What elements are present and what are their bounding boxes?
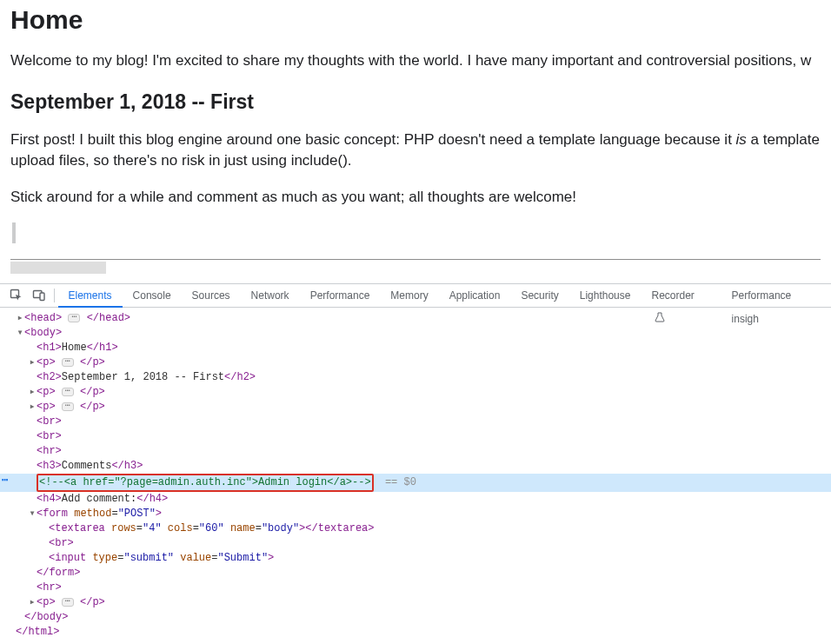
tree-h1[interactable]: <h1>Home</h1>: [0, 341, 831, 355]
tree-body-open[interactable]: <body>: [0, 326, 831, 341]
h4-text: Add comment:: [62, 493, 136, 505]
devtools-tabbar: Elements Console Sources Network Perform…: [0, 284, 831, 308]
tree-h2[interactable]: <h2>September 1, 2018 -- First</h2>: [0, 370, 831, 385]
tree-br2[interactable]: <br>: [0, 429, 831, 444]
post-body-post: a template: [747, 131, 820, 148]
selected-eq0: == $0: [379, 476, 416, 488]
cutoff-element: [10, 262, 106, 274]
tab-memory[interactable]: Memory: [380, 284, 438, 308]
p-close: </p>: [80, 356, 105, 368]
arrow-icon[interactable]: [16, 311, 24, 326]
comment-close: -->: [352, 476, 371, 488]
intro-paragraph: Welcome to my blog! I'm excited to share…: [10, 52, 821, 70]
tab-network[interactable]: Network: [241, 284, 300, 308]
page-heading-home: Home: [10, 5, 821, 35]
tree-h4[interactable]: <h4>Add comment:</h4>: [0, 492, 831, 507]
ellipsis-icon[interactable]: ⋯: [62, 388, 74, 396]
gt: >: [156, 508, 162, 520]
post-body-stick: Stick around for a while and comment as …: [10, 187, 821, 208]
ellipsis-icon[interactable]: ⋯: [62, 402, 74, 411]
form-close-tag: </form>: [37, 567, 80, 579]
br-tag: <br>: [37, 415, 62, 428]
arrow-icon[interactable]: [28, 385, 37, 400]
tab-lighthouse[interactable]: Lighthouse: [569, 284, 642, 308]
tree-h3[interactable]: <h3>Comments</h3>: [0, 459, 831, 474]
tab-sources[interactable]: Sources: [182, 284, 241, 308]
input-open: <input: [49, 552, 92, 564]
attr-method: method: [74, 508, 111, 520]
ta-open: <textarea: [49, 522, 111, 534]
attr-cols: cols: [168, 522, 193, 534]
p-open: <p>: [37, 356, 56, 368]
h1-text: Home: [62, 342, 87, 354]
post-heading-date: September 1, 2018 -- First: [10, 90, 821, 114]
tree-br3[interactable]: <br>: [0, 536, 831, 551]
tree-hr1[interactable]: <hr>: [0, 444, 831, 459]
ellipsis-icon[interactable]: ⋯: [68, 314, 80, 322]
ellipsis-icon[interactable]: ⋯: [62, 358, 74, 367]
tab-performance[interactable]: Performance: [300, 284, 381, 308]
blockquote-marker: [12, 222, 821, 243]
tree-textarea[interactable]: <textarea rows="4" cols="60" name="body"…: [0, 521, 831, 536]
tab-recorder-label: Recorder: [651, 289, 694, 302]
tree-body-close[interactable]: </body>: [0, 610, 831, 625]
h1-close: </h1>: [87, 342, 118, 354]
post-body-pre: First post! I built this blog engine aro…: [10, 131, 736, 148]
tabbar-sep: [54, 289, 55, 302]
html-close-tag: </html>: [16, 626, 59, 638]
tree-form-close[interactable]: </form>: [0, 566, 831, 581]
inspect-element-icon[interactable]: [5, 284, 28, 307]
comment-inner: <a href="?page=admin.auth.inc">Admin log…: [64, 476, 352, 488]
tree-br1[interactable]: <br>: [0, 415, 831, 429]
tree-comment-admin-login[interactable]: <!--<a href="?page=admin.auth.inc">Admin…: [0, 474, 831, 492]
p-open: <p>: [37, 386, 56, 398]
head-open-tag: <head>: [24, 312, 62, 324]
h4-open: <h4>: [37, 493, 62, 505]
h2-close: </h2>: [224, 371, 256, 383]
br-tag: <br>: [37, 430, 62, 442]
tab-recorder[interactable]: Recorder: [641, 284, 721, 308]
attr-type-val: "submit": [123, 552, 174, 564]
p-close: </p>: [80, 401, 105, 413]
arrow-icon[interactable]: [28, 355, 37, 370]
tree-p2[interactable]: <p> ⋯ </p>: [0, 385, 831, 400]
attr-type: type: [92, 552, 117, 564]
form-open: <form: [37, 508, 74, 520]
body-open-tag: <body>: [24, 327, 62, 339]
arrow-icon[interactable]: [28, 400, 37, 415]
head-close-tag: </head>: [87, 312, 130, 324]
tab-perf-insights[interactable]: Performance insigh: [721, 284, 831, 308]
arrow-icon[interactable]: [16, 326, 24, 341]
device-toolbar-icon[interactable]: [28, 284, 50, 307]
ellipsis-icon[interactable]: ⋯: [62, 598, 74, 607]
attr-rows-val: "4": [143, 522, 162, 534]
h3-close: </h3>: [111, 460, 143, 472]
tree-head[interactable]: <head> ⋯ </head>: [0, 311, 831, 326]
br-tag: <br>: [49, 537, 74, 549]
gt: >: [268, 552, 274, 564]
tree-p3[interactable]: <p> ⋯ </p>: [0, 400, 831, 415]
elements-tree[interactable]: <head> ⋯ </head> <body> <h1>Home</h1> <p…: [0, 308, 831, 640]
tree-hr2[interactable]: <hr>: [0, 581, 831, 595]
attr-name: name: [230, 522, 256, 534]
tree-html-close[interactable]: </html>: [0, 625, 831, 640]
h4-close: </h4>: [136, 493, 168, 505]
h1-open: <h1>: [37, 342, 62, 354]
tree-p1[interactable]: <p> ⋯ </p>: [0, 355, 831, 370]
highlight-box: <!--<a href="?page=admin.auth.inc">Admin…: [37, 474, 374, 492]
tab-application[interactable]: Application: [439, 284, 511, 308]
h2-open: <h2>: [37, 371, 62, 383]
page-body-preview: Home Welcome to my blog! I'm excited to …: [0, 5, 831, 281]
post-body-is: is: [736, 131, 747, 148]
p-open: <p>: [37, 401, 56, 413]
tab-console[interactable]: Console: [123, 284, 182, 308]
tree-form-open[interactable]: <form method="POST">: [0, 507, 831, 521]
hr-tag: <hr>: [37, 445, 62, 457]
tree-input-submit[interactable]: <input type="submit" value="Submit">: [0, 551, 831, 566]
attr-name-val: "body": [262, 522, 299, 534]
tab-elements[interactable]: Elements: [58, 284, 123, 308]
tab-security[interactable]: Security: [510, 284, 568, 308]
arrow-icon[interactable]: [28, 595, 37, 610]
arrow-icon[interactable]: [28, 507, 37, 521]
tree-p4[interactable]: <p> ⋯ </p>: [0, 595, 831, 610]
